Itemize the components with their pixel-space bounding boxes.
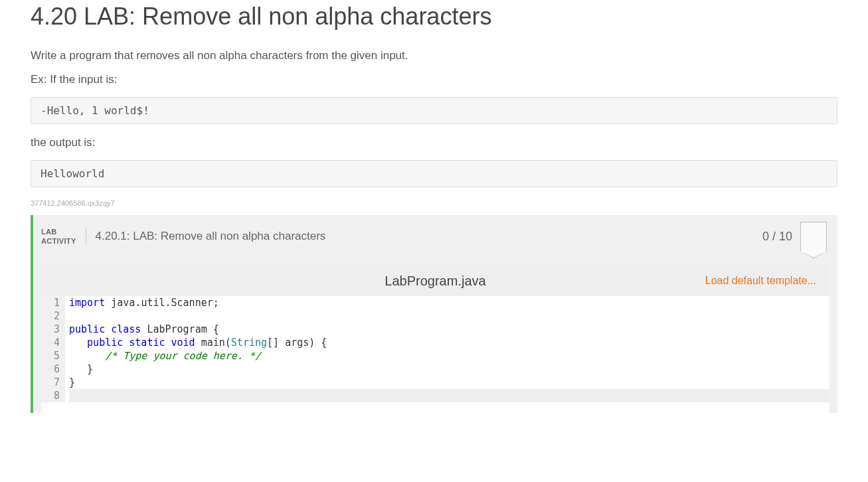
problem-description: Write a program that removes all non alp… — [31, 49, 837, 62]
code-lines[interactable]: import java.util.Scanner;public class La… — [65, 296, 829, 402]
line-number: 6 — [46, 362, 60, 376]
lab-activity-title: 4.20.1: LAB: Remove all non alpha charac… — [96, 230, 762, 243]
lab-badge-line2: ACTIVITY — [41, 236, 76, 246]
example-input-label: Ex: If the input is: — [31, 73, 837, 86]
file-header: LabProgram.java Load default template... — [41, 266, 829, 296]
score-shield-icon — [800, 222, 827, 251]
code-line[interactable]: /* Type your code here. */ — [69, 349, 829, 362]
code-line[interactable]: } — [69, 376, 829, 389]
line-number: 3 — [46, 323, 60, 336]
line-number: 8 — [46, 389, 60, 402]
file-name-label: LabProgram.java — [385, 274, 485, 289]
code-line[interactable]: } — [69, 362, 829, 376]
lab-activity-panel: LAB ACTIVITY 4.20.1: LAB: Remove all non… — [31, 215, 837, 413]
example-output-box: Helloworld — [31, 160, 837, 187]
code-line[interactable]: public class LabProgram { — [69, 323, 829, 336]
lab-header: LAB ACTIVITY 4.20.1: LAB: Remove all non… — [33, 215, 837, 258]
code-line[interactable]: import java.util.Scanner; — [69, 296, 829, 309]
editor-wrap: LabProgram.java Load default template...… — [41, 266, 829, 413]
lab-score: 0 / 10 — [762, 230, 792, 244]
line-number: 7 — [46, 376, 60, 389]
page-title: 4.20 LAB: Remove all non alpha character… — [31, 3, 837, 31]
code-line[interactable]: public static void main(String[] args) { — [69, 336, 829, 349]
line-number: 4 — [46, 336, 60, 349]
code-editor[interactable]: 1 2 3 4 5 6 7 8 import java.util.Scanner… — [41, 296, 829, 402]
line-number-gutter: 1 2 3 4 5 6 7 8 — [41, 296, 65, 402]
line-number: 5 — [46, 349, 60, 362]
example-output-label: the output is: — [31, 136, 837, 149]
example-input-box: -Hello, 1 world$! — [31, 97, 837, 124]
meta-id: 377412.2406586.qx3zqy7 — [31, 199, 837, 207]
code-line[interactable] — [69, 389, 829, 402]
lab-badge: LAB ACTIVITY — [41, 227, 86, 246]
line-number: 2 — [46, 309, 60, 323]
lab-badge-line1: LAB — [41, 227, 76, 236]
line-number: 1 — [46, 296, 60, 309]
load-default-template-link[interactable]: Load default template... — [705, 275, 816, 287]
code-line[interactable] — [69, 309, 829, 323]
